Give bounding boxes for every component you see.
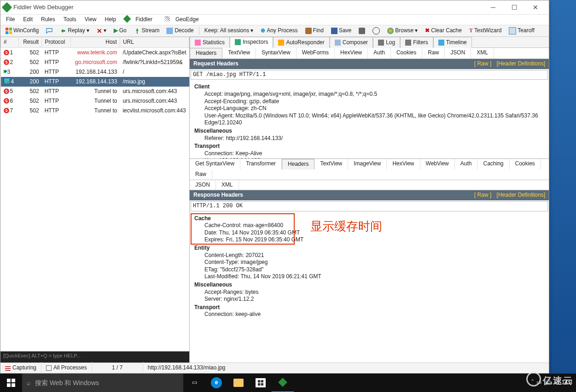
col-url[interactable]: URL — [120, 37, 189, 48]
taskbar-search[interactable]: ⌕搜索 Web 和 Windows — [22, 374, 183, 392]
header-line[interactable]: Accept-Encoding: gzip, deflate — [204, 98, 544, 105]
res-tab-hexview[interactable]: HexView — [387, 159, 420, 170]
session-row[interactable]: 6502HTTPTunnel tours.microsoft.com:443 — [1, 96, 189, 106]
req-tab-headers[interactable]: Headers — [190, 48, 222, 59]
res-tab-xml[interactable]: XML — [216, 180, 239, 190]
res-raw-link[interactable]: [ Raw ] — [474, 192, 491, 198]
res-tab-webview[interactable]: WebView — [420, 159, 455, 170]
explorer-icon[interactable] — [227, 374, 250, 392]
res-tab-auth[interactable]: Auth — [455, 159, 478, 170]
menu-view[interactable]: View — [81, 15, 100, 25]
browse-button[interactable]: Browse ▾ — [384, 26, 421, 36]
tearoff-button[interactable]: Tearoff — [506, 26, 537, 36]
col-host[interactable]: Host — [70, 37, 120, 48]
req-raw-link[interactable]: [ Raw ] — [474, 60, 491, 67]
req-tab-textview[interactable]: TextView — [222, 48, 256, 59]
tray-clock[interactable]: 14:3 — [562, 379, 572, 386]
taskview-button[interactable]: ▭ — [183, 374, 205, 392]
session-row[interactable]: 7502HTTPTunnel toiecvlist.microsoft.com:… — [1, 106, 189, 116]
main-tab-statistics[interactable]: Statistics — [190, 37, 230, 48]
timer-button[interactable] — [369, 26, 383, 36]
session-row[interactable]: 5502HTTPTunnel tours.microsoft.com:443 — [1, 87, 189, 96]
maximize-button[interactable]: ☐ — [504, 1, 525, 14]
quickexec-bar[interactable]: [QuickExec] ALT+Q > type HELP... — [0, 351, 189, 363]
header-line[interactable]: Connection: Keep-Alive — [204, 150, 544, 158]
session-row[interactable]: 1502HTTPwww.telerik.com/UpdateCheck.aspx… — [1, 48, 189, 58]
req-tab-syntaxview[interactable]: SyntaxView — [256, 48, 296, 59]
req-tab-webforms[interactable]: WebForms — [297, 48, 335, 59]
req-tab-xml[interactable]: XML — [471, 48, 494, 59]
sessions-grid[interactable]: # Result Protocol Host URL 1502HTTPwww.t… — [0, 37, 189, 351]
col-result[interactable]: Result — [19, 37, 42, 48]
main-tab-composer[interactable]: Composer — [330, 37, 373, 48]
system-tray[interactable]: ˆ ▭ 🔊 ▭ 14:3 — [528, 379, 576, 386]
main-tab-timeline[interactable]: Timeline — [433, 37, 472, 48]
fiddler-taskbar-icon[interactable] — [272, 373, 294, 392]
menu-rules[interactable]: Rules — [37, 15, 59, 25]
screenshot-button[interactable] — [355, 26, 368, 35]
session-row[interactable]: 2502HTTPgo.microsoft.com/fwlink/?LinkId=… — [1, 58, 189, 67]
res-tab-get-syntaxview[interactable]: Get SyntaxView — [190, 159, 240, 170]
header-line[interactable]: Host: 192.168.144.133 — [204, 157, 544, 158]
req-tab-hexview[interactable]: HexView — [335, 48, 368, 59]
header-line[interactable]: Accept-Language: zh-CN — [204, 105, 544, 112]
col-num[interactable]: # — [1, 37, 19, 48]
clear-cache-button[interactable]: ✖Clear Cache — [422, 26, 465, 36]
menu-fiddler[interactable]: Fiddler — [121, 15, 160, 25]
col-protocol[interactable]: Protocol — [42, 37, 70, 48]
req-tab-raw[interactable]: Raw — [422, 48, 445, 59]
comment-button[interactable] — [43, 26, 56, 35]
any-process-button[interactable]: ⊕ Any Process — [257, 26, 301, 36]
keep-sessions-dropdown[interactable]: Keep: All sessions ▾ — [201, 26, 256, 36]
title-bar[interactable]: Fiddler Web Debugger ─ ☐ ✕ — [0, 0, 549, 15]
tray-ime-icon[interactable]: ▭ — [554, 379, 559, 386]
go-button[interactable]: ▶ Go — [111, 26, 130, 36]
header-line[interactable]: Last-Modified: Thu, 14 Nov 2019 06:21:41… — [204, 273, 544, 281]
header-line[interactable]: Accept-Ranges: bytes — [204, 289, 544, 296]
winconfig-button[interactable]: WinConfig — [2, 26, 42, 36]
taskbar[interactable]: ⌕搜索 Web 和 Windows ▭ e ˆ ▭ 🔊 ▭ 14:3 — [0, 374, 576, 392]
req-tab-cookies[interactable]: Cookies — [391, 48, 422, 59]
header-line[interactable]: Content-Length: 207021 — [204, 252, 544, 259]
session-row[interactable]: 3200HTTP192.168.144.133/ — [1, 67, 189, 77]
main-tab-autoresponder[interactable]: AutoResponder — [273, 37, 329, 48]
res-tab-textview[interactable]: TextView — [314, 159, 348, 170]
main-tab-inspectors[interactable]: Inspectors — [230, 37, 273, 48]
menu-file[interactable]: File — [2, 15, 18, 25]
res-header-defs-link[interactable]: [Header Definitions] — [497, 192, 545, 198]
header-line[interactable]: Server: nginx/1.12.2 — [204, 296, 544, 303]
session-row[interactable]: 4200HTTP192.168.144.133/miao.jpg — [1, 77, 189, 87]
menu-help[interactable]: Help — [101, 15, 120, 25]
remove-button[interactable]: ✕▾ — [93, 25, 110, 36]
store-icon[interactable] — [250, 374, 272, 392]
save-button[interactable]: Save — [328, 26, 355, 36]
req-tab-auth[interactable]: Auth — [368, 48, 391, 59]
res-tab-imageview[interactable]: ImageView — [348, 159, 387, 170]
close-button[interactable]: ✕ — [525, 1, 546, 14]
replay-button[interactable]: Replay ▾ — [57, 26, 92, 36]
edge-icon[interactable]: e — [205, 374, 227, 392]
header-line[interactable]: Referer: http://192.168.144.133/ — [204, 135, 544, 142]
header-line[interactable]: ETag: "5dccf275-328ad" — [204, 266, 544, 274]
find-button[interactable]: Find — [302, 26, 327, 36]
status-all-processes[interactable]: All Processes — [41, 362, 92, 374]
status-capturing[interactable]: Capturing — [0, 362, 41, 374]
res-tab-json[interactable]: JSON — [190, 180, 216, 190]
decode-button[interactable]: Decode — [163, 26, 197, 36]
res-tab-caching[interactable]: Caching — [477, 159, 509, 170]
menu-edit[interactable]: Edit — [19, 15, 36, 25]
res-tab-transformer[interactable]: Transformer — [240, 159, 282, 170]
req-tab-json[interactable]: JSON — [445, 48, 471, 59]
start-button[interactable] — [0, 374, 22, 392]
request-headers-block[interactable]: ClientAccept: image/png, image/svg+xml, … — [190, 81, 549, 158]
header-line[interactable]: User-Agent: Mozilla/5.0 (Windows NT 10.0… — [204, 112, 544, 127]
res-tab-cookies[interactable]: Cookies — [510, 159, 541, 170]
minimize-button[interactable]: ─ — [483, 1, 504, 14]
tray-volume-icon[interactable]: 🔊 — [544, 379, 551, 386]
textwizard-button[interactable]: TTextWizard — [466, 26, 505, 36]
stream-button[interactable]: Stream — [131, 26, 163, 36]
req-header-defs-link[interactable]: [Header Definitions] — [497, 60, 545, 67]
menu-tools[interactable]: Tools — [60, 15, 80, 25]
main-tab-filters[interactable]: Filters — [400, 37, 433, 48]
res-tab-headers[interactable]: Headers — [282, 159, 314, 170]
